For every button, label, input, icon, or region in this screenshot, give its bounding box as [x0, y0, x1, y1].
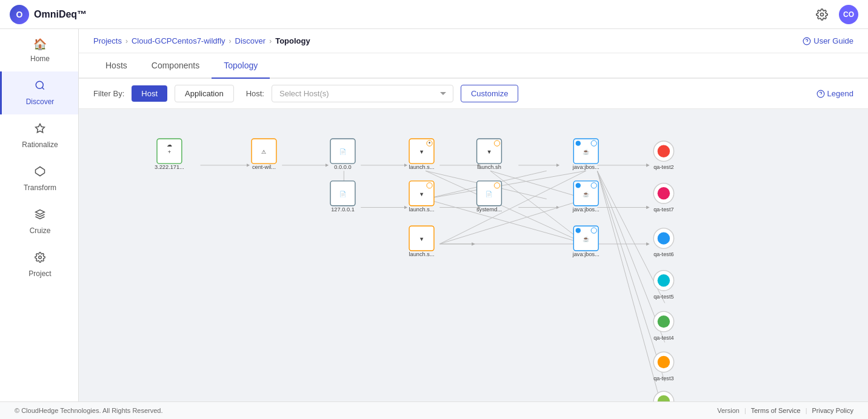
user-guide-link[interactable]: User Guide [803, 36, 853, 45]
svg-line-29 [439, 199, 586, 244]
svg-text:▼: ▼ [419, 191, 424, 197]
node-qa-test2[interactable]: qa-test2 [653, 141, 673, 170]
node-java-jbos-r3[interactable]: ☕ java:jbos... [572, 226, 599, 257]
cruize-icon [35, 209, 45, 223]
topology-canvas[interactable]: ☁ + 3.222.171... ⚠ cent-wil... 📄 0.0.0.0 [79, 109, 868, 401]
breadcrumb-project-name[interactable]: Cloud-GCPCentos7-wildfly [132, 36, 225, 45]
svg-text:📄: 📄 [339, 148, 347, 156]
node-launch-sh[interactable]: ▼ launch.sh [477, 139, 502, 170]
svg-point-92 [658, 232, 670, 244]
footer-version: Version [717, 407, 739, 414]
svg-point-59 [575, 140, 581, 146]
tab-topology[interactable]: Topology [212, 53, 270, 79]
svg-text:qa-test6: qa-test6 [653, 251, 673, 257]
svg-line-25 [426, 171, 586, 199]
node-3-222-171[interactable]: ☁ + 3.222.171... [155, 139, 184, 170]
svg-text:launch.sh: launch.sh [477, 164, 501, 170]
node-127-0-0-1[interactable]: 📄 127.0.0.1 [330, 181, 355, 213]
filter-by-label: Filter By: [93, 89, 124, 98]
svg-point-101 [658, 356, 670, 368]
host-filter-button[interactable]: Host [132, 85, 167, 102]
svg-text:☁: ☁ [167, 142, 172, 148]
breadcrumb-sep-1: › [125, 37, 128, 45]
svg-text:▼: ▼ [419, 149, 424, 155]
svg-point-79 [591, 183, 596, 188]
breadcrumb-projects[interactable]: Projects [93, 36, 122, 45]
main-layout: 🏠 Home Discover Rationalize [0, 29, 868, 401]
svg-text:3.222.171...: 3.222.171... [155, 164, 184, 170]
navbar: O OmniDeq™ CO [0, 0, 868, 29]
top-bar: Projects › Cloud-GCPCentos7-wildfly › Di… [79, 29, 868, 53]
svg-text:127.0.0.1: 127.0.0.1 [331, 206, 355, 213]
host-select[interactable]: Select Host(s) [272, 85, 453, 102]
user-avatar[interactable]: CO [839, 5, 858, 24]
footer-privacy-link[interactable]: Privacy Policy [812, 407, 853, 414]
svg-text:java:jbos...: java:jbos... [572, 164, 599, 170]
tab-hosts[interactable]: Hosts [93, 53, 139, 79]
svg-point-55 [494, 140, 499, 146]
application-filter-button[interactable]: Application [175, 85, 234, 102]
svg-text:launch.s...: launch.s... [409, 164, 434, 170]
footer-terms-link[interactable]: Terms of Service [751, 407, 801, 414]
sidebar-item-project[interactable]: Project [0, 243, 78, 286]
svg-text:launch.s...: launch.s... [409, 251, 434, 257]
node-launch-s-r1[interactable]: ▼ launch.s... • [409, 139, 434, 170]
node-launch-s-r2[interactable]: ▼ launch.s... [409, 181, 434, 213]
svg-text:📄: 📄 [486, 191, 493, 198]
node-qa-test7[interactable]: qa-test7 [653, 183, 673, 213]
svg-line-2 [42, 87, 44, 89]
customize-button[interactable]: Customize [461, 85, 518, 102]
breadcrumb-discover[interactable]: Discover [235, 36, 266, 45]
breadcrumb-sep-3: › [269, 37, 272, 45]
node-0-0-0-0[interactable]: 📄 0.0.0.0 [330, 139, 355, 170]
tab-components[interactable]: Components [139, 53, 212, 79]
node-java-jbos-r1[interactable]: ☕ java:jbos... [572, 139, 599, 170]
transform-icon [35, 166, 45, 180]
sidebar-item-home[interactable]: 🏠 Home [0, 29, 78, 71]
sidebar: 🏠 Home Discover Rationalize [0, 29, 79, 401]
navbar-right: CO [812, 5, 858, 24]
node-java-jbos-r2[interactable]: ☕ java:jbos... [572, 181, 599, 213]
svg-point-78 [575, 183, 581, 188]
node-systemd[interactable]: 📄 systemd... [476, 181, 502, 213]
footer-sep-2: | [806, 407, 807, 414]
svg-text:java:jbos...: java:jbos... [572, 206, 599, 213]
filters-bar: Filter By: Host Application Host: Select… [79, 79, 868, 109]
svg-point-74 [494, 183, 499, 188]
sidebar-item-rationalize[interactable]: Rationalize [0, 114, 78, 157]
node-qa-test3[interactable]: qa-test3 [653, 352, 673, 381]
svg-text:qa-test2: qa-test2 [653, 164, 673, 170]
svg-text:☕: ☕ [583, 148, 590, 156]
node-launch-s-r3[interactable]: ▼ launch.s... [409, 226, 434, 257]
svg-point-0 [821, 13, 824, 16]
svg-line-26 [426, 199, 586, 244]
legend-link[interactable]: Legend [816, 89, 853, 98]
footer-copyright: © CloudHedge Technologies. All Rights Re… [15, 407, 163, 414]
svg-point-95 [658, 274, 670, 286]
settings-icon[interactable] [812, 5, 832, 24]
sidebar-item-transform[interactable]: Transform [0, 157, 78, 200]
sidebar-item-discover[interactable]: Discover [0, 71, 78, 114]
svg-marker-3 [36, 124, 45, 133]
node-cent-wil[interactable]: ⚠ cent-wil... [252, 139, 276, 170]
home-icon: 🏠 [33, 38, 47, 51]
node-qa-test-last[interactable]: qa-test... [653, 391, 675, 401]
node-qa-test4[interactable]: qa-test4 [653, 311, 673, 340]
svg-text:systemd...: systemd... [476, 206, 502, 213]
topology-svg: ☁ + 3.222.171... ⚠ cent-wil... 📄 0.0.0.0 [79, 109, 868, 401]
svg-text:launch.s...: launch.s... [409, 206, 434, 213]
node-qa-test6[interactable]: qa-test6 [653, 228, 673, 257]
svg-point-60 [591, 140, 596, 146]
svg-line-24 [490, 171, 586, 244]
footer-links: Version | Terms of Service | Privacy Pol… [717, 407, 853, 414]
node-qa-test5[interactable]: qa-test5 [653, 271, 673, 300]
svg-text:qa-test7: qa-test7 [653, 206, 673, 213]
sidebar-item-cruize[interactable]: Cruize [0, 200, 78, 243]
discover-icon [35, 80, 45, 94]
svg-text:▼: ▼ [486, 149, 492, 155]
svg-point-62 [658, 145, 670, 157]
svg-point-89 [575, 228, 581, 233]
sidebar-label-discover: Discover [26, 97, 55, 106]
tabs-bar: Hosts Components Topology [79, 53, 868, 79]
breadcrumb-current: Topology [275, 36, 310, 45]
